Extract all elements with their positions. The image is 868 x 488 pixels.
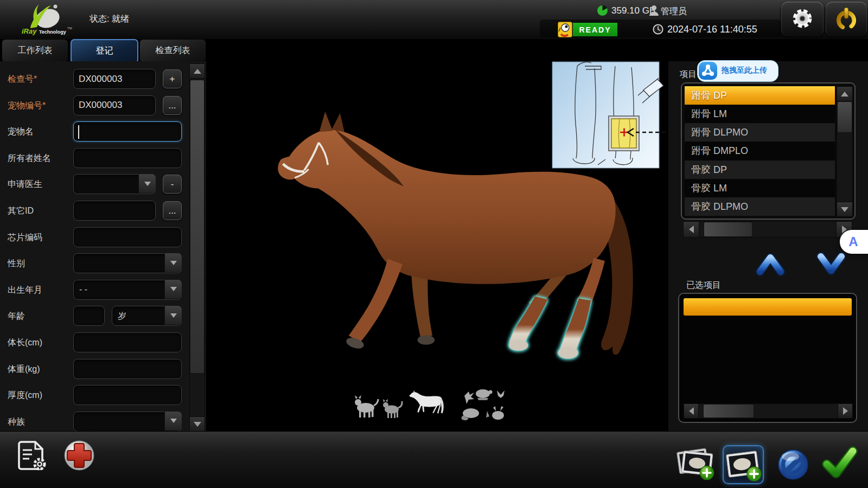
selected-item-row[interactable]	[684, 298, 852, 316]
combo-field[interactable]	[73, 174, 156, 194]
procedure-scroll-down-button[interactable]	[837, 202, 853, 217]
form-row: 厚度(cm)	[0, 382, 189, 409]
cancel-button[interactable]	[777, 448, 809, 481]
field-side-button[interactable]: ...	[163, 96, 182, 115]
exotic-animals-icon	[457, 386, 507, 423]
field-label: 宠物编号*	[8, 100, 46, 112]
gear-icon	[787, 5, 818, 33]
form-field-input[interactable]	[73, 385, 182, 405]
field-label: 申请医生	[8, 179, 42, 190]
drag-upload-overlay[interactable]: 拖拽至此上传	[697, 60, 778, 82]
field-label: 宠物名	[8, 126, 34, 138]
confirm-button[interactable]	[820, 442, 858, 480]
worklist-settings-button[interactable]	[15, 439, 49, 473]
procedure-hscrollbar-thumb[interactable]	[704, 222, 752, 237]
procedure-item[interactable]: 跗骨 LM	[685, 105, 835, 123]
form-field-input[interactable]	[73, 201, 156, 221]
move-up-button[interactable]	[755, 251, 786, 277]
xray-stack-add-icon	[676, 445, 715, 480]
species-exotic-button[interactable]	[457, 386, 507, 423]
form-field-input[interactable]	[73, 332, 182, 352]
tab-examlist[interactable]: 检查列表	[139, 39, 206, 62]
triangle-left-icon	[689, 226, 694, 233]
triangle-right-icon	[843, 407, 848, 415]
procedure-scroll-left-button[interactable]	[683, 221, 699, 237]
combo-arrow-button[interactable]	[164, 253, 182, 272]
combo-value: 岁	[118, 311, 126, 322]
procedure-item[interactable]: 跗骨 DLPMO	[685, 123, 835, 142]
top-bar: iRay Technology TM 状态: 就绪 359.10 GB 管理员 …	[0, 0, 868, 40]
form-field-input[interactable]	[73, 95, 156, 115]
species-dog-cat-button[interactable]	[354, 391, 406, 422]
field-label: 年龄	[8, 311, 25, 322]
form-row: 出生年月- -	[0, 277, 189, 304]
chevron-down-icon	[170, 313, 177, 318]
field-label: 出生年月	[8, 285, 42, 296]
svg-text:A: A	[848, 234, 858, 249]
tab-register[interactable]: 登记	[71, 39, 138, 63]
combo-arrow-button[interactable]	[164, 280, 182, 299]
dog-cat-icon	[354, 391, 406, 422]
power-button[interactable]	[826, 2, 867, 36]
highlighted-hind-leg-far[interactable]	[509, 296, 548, 350]
combo-arrow-button[interactable]	[138, 174, 156, 193]
form-field-input[interactable]	[73, 121, 182, 142]
form-scrollbar-thumb[interactable]	[190, 80, 205, 374]
check-icon	[820, 442, 858, 480]
field-side-button[interactable]: -	[163, 175, 182, 194]
add-image-button-selected[interactable]	[723, 445, 764, 484]
selected-hscrollbar-thumb[interactable]	[703, 404, 754, 418]
user-icon	[649, 5, 659, 16]
form-row: 申请医生-	[0, 171, 189, 198]
form-scroll-up-button[interactable]	[189, 63, 205, 79]
assistant-a-icon: A	[845, 234, 861, 250]
form-field-input[interactable]	[73, 306, 105, 326]
user-name: 管理员	[661, 6, 687, 17]
form-scroll-down-button[interactable]	[189, 416, 205, 432]
settings-button[interactable]	[781, 2, 824, 36]
tab-label: 工作列表	[18, 45, 53, 56]
detector-status-badge: READY	[573, 23, 617, 36]
species-horse-button[interactable]	[409, 386, 447, 422]
form-field-input[interactable]	[73, 227, 182, 247]
form-field-input[interactable]	[73, 69, 156, 89]
triangle-left-icon	[689, 407, 694, 415]
add-images-batch-button[interactable]	[676, 445, 715, 480]
new-exam-button[interactable]	[63, 439, 95, 472]
chevron-down-icon	[170, 287, 177, 291]
procedure-scrollbar-thumb[interactable]	[837, 101, 852, 133]
procedure-item[interactable]: 跗骨 DMPLO	[685, 142, 835, 160]
form-row: 宠物名	[0, 119, 189, 145]
form-field-input[interactable]	[73, 359, 182, 379]
selected-scroll-left-button[interactable]	[684, 403, 699, 419]
combo-field[interactable]: 岁	[112, 306, 182, 326]
form-row: 体长(cm)	[0, 330, 189, 356]
tab-worklist[interactable]: 工作列表	[2, 39, 68, 62]
combo-arrow-button[interactable]	[164, 306, 182, 325]
red-cross-icon	[63, 439, 95, 472]
app-logo: iRay Technology TM	[9, 2, 74, 37]
procedure-item[interactable]: 骨胶 LM	[685, 179, 835, 197]
field-side-button[interactable]: +	[163, 69, 182, 88]
procedure-item[interactable]: 骨胶 DLPMO	[685, 197, 835, 216]
combo-field[interactable]	[73, 253, 182, 273]
procedure-listbox: 跗骨 DP跗骨 LM跗骨 DLPMO跗骨 DMPLO骨胶 DP骨胶 LM骨胶 D…	[681, 82, 856, 220]
combo-field[interactable]: - -	[73, 280, 182, 300]
procedure-scroll-up-button[interactable]	[837, 86, 853, 101]
combo-arrow-button[interactable]	[164, 412, 182, 431]
combo-value: - -	[79, 285, 87, 294]
iray-logo-icon: iRay Technology TM	[9, 2, 74, 37]
procedure-item[interactable]: 骨胶 DP	[685, 160, 835, 179]
storage-pie-icon	[597, 5, 608, 16]
chevron-down-icon	[170, 419, 177, 423]
field-side-button[interactable]: ...	[163, 201, 182, 220]
selected-scroll-right-button[interactable]	[838, 403, 853, 419]
procedure-item[interactable]: 跗骨 DP	[685, 86, 835, 105]
combo-field[interactable]	[73, 412, 182, 431]
move-down-button[interactable]	[816, 251, 846, 277]
highlighted-hind-leg-near[interactable]	[558, 298, 591, 358]
xray-add-icon	[724, 447, 762, 482]
form-field-input[interactable]	[73, 148, 182, 168]
tab-label: 登记	[96, 46, 113, 57]
upload-label: 拖拽至此上传	[722, 66, 767, 75]
